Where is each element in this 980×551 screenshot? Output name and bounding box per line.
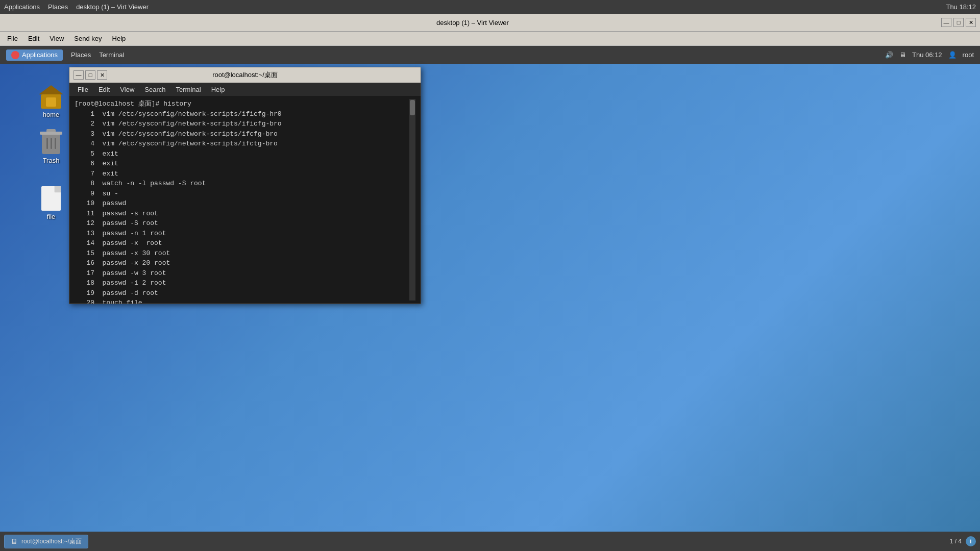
close-button[interactable]: ✕ xyxy=(966,18,976,27)
terminal-menu-view[interactable]: View xyxy=(115,85,139,94)
terminal-close-button[interactable]: ✕ xyxy=(97,70,107,80)
vm-topbar-right: 🔊 🖥 Thu 06:12 👤 root xyxy=(885,51,974,59)
home-icon xyxy=(39,84,63,109)
trash-icon xyxy=(39,130,63,155)
terminal-menu-terminal[interactable]: Terminal xyxy=(171,85,206,94)
vm-display-icon: 🖥 xyxy=(899,51,906,59)
vm-taskbar-terminal-label: root@localhost:~/桌面 xyxy=(21,537,82,546)
host-topbar-right: Thu 18:12 xyxy=(946,3,976,11)
virt-viewer-titlebar: desktop (1) – Virt Viewer — □ ✕ xyxy=(0,14,980,32)
vm-content: Applications Places Terminal 🔊 🖥 Thu 06:… xyxy=(0,46,980,551)
desktop-icon-trash[interactable]: Trash xyxy=(31,130,71,164)
vm-user-icon: 👤 xyxy=(948,51,957,59)
terminal-window: — □ ✕ root@localhost:~/桌面 File Edit View… xyxy=(69,67,421,304)
terminal-titlebar: — □ ✕ root@localhost:~/桌面 xyxy=(69,67,421,83)
terminal-menu-edit[interactable]: Edit xyxy=(93,85,115,94)
host-window-title: desktop (1) – Virt Viewer xyxy=(76,3,149,11)
minimize-button[interactable]: — xyxy=(941,18,951,27)
vm-applications-label: Applications xyxy=(22,51,58,59)
terminal-menubar: File Edit View Search Terminal Help xyxy=(69,83,421,96)
desktop-icon-home[interactable]: home xyxy=(31,84,71,118)
menu-edit[interactable]: Edit xyxy=(23,34,44,43)
vm-user-label: root xyxy=(963,51,974,59)
menu-view[interactable]: View xyxy=(44,34,69,43)
host-topbar: Applications Places desktop (1) – Virt V… xyxy=(0,0,980,14)
vm-taskbar-left: 🖥 root@localhost:~/桌面 xyxy=(4,535,88,548)
terminal-controls[interactable]: — □ ✕ xyxy=(74,70,107,80)
virt-viewer-controls-right[interactable]: — □ ✕ xyxy=(941,18,976,27)
file-icon xyxy=(39,186,63,211)
maximize-button[interactable]: □ xyxy=(953,18,964,27)
menu-send-key[interactable]: Send key xyxy=(69,34,107,43)
info-button[interactable]: i xyxy=(966,536,976,546)
vm-taskbar-right: 1 / 4 i xyxy=(950,536,976,546)
virt-viewer-title: desktop (1) – Virt Viewer xyxy=(4,19,941,27)
terminal-scrollbar[interactable] xyxy=(409,99,415,300)
vm-topbar: Applications Places Terminal 🔊 🖥 Thu 06:… xyxy=(0,46,980,64)
vm-desktop: home xyxy=(0,64,980,532)
vm-clock: Thu 06:12 xyxy=(912,51,942,59)
vm-places-menu[interactable]: Places xyxy=(71,51,91,59)
host-topbar-left: Applications Places desktop (1) – Virt V… xyxy=(4,3,149,11)
vm-taskbar-terminal-item[interactable]: 🖥 root@localhost:~/桌面 xyxy=(4,535,88,548)
terminal-content: [root@localhost 桌面]# history 1 vim /etc/… xyxy=(69,96,421,304)
terminal-menu-file[interactable]: File xyxy=(72,85,93,94)
menu-file[interactable]: File xyxy=(2,34,23,43)
virt-viewer-window: desktop (1) – Virt Viewer — □ ✕ File Edi… xyxy=(0,14,980,551)
desktop-icon-file[interactable]: file xyxy=(31,186,71,220)
trash-icon-label: Trash xyxy=(43,157,60,164)
page-indicator: 1 / 4 xyxy=(950,538,962,545)
vm-topbar-left: Applications Places Terminal xyxy=(6,49,124,61)
home-icon-label: home xyxy=(43,111,60,118)
terminal-maximize-button[interactable]: □ xyxy=(85,70,95,80)
terminal-scrollbar-thumb[interactable] xyxy=(410,100,415,115)
terminal-menu-search[interactable]: Search xyxy=(139,85,170,94)
terminal-text[interactable]: [root@localhost 桌面]# history 1 vim /etc/… xyxy=(75,99,409,300)
host-places-menu[interactable]: Places xyxy=(48,3,68,11)
terminal-taskbar-icon: 🖥 xyxy=(11,537,19,545)
terminal-menu-help[interactable]: Help xyxy=(206,85,230,94)
virt-viewer-menubar: File Edit View Send key Help xyxy=(0,32,980,46)
vm-taskbar: 🖥 root@localhost:~/桌面 1 / 4 i xyxy=(0,532,980,551)
host-clock: Thu 18:12 xyxy=(946,3,976,11)
terminal-minimize-button[interactable]: — xyxy=(74,70,84,80)
terminal-title: root@localhost:~/桌面 xyxy=(107,70,383,80)
host-applications-menu[interactable]: Applications xyxy=(4,3,40,11)
file-icon-label: file xyxy=(47,213,56,220)
vm-apps-icon xyxy=(11,51,19,59)
vm-terminal-menu[interactable]: Terminal xyxy=(99,51,124,59)
menu-help[interactable]: Help xyxy=(107,34,131,43)
vm-applications-button[interactable]: Applications xyxy=(6,49,63,61)
vm-sound-icon: 🔊 xyxy=(885,51,893,59)
